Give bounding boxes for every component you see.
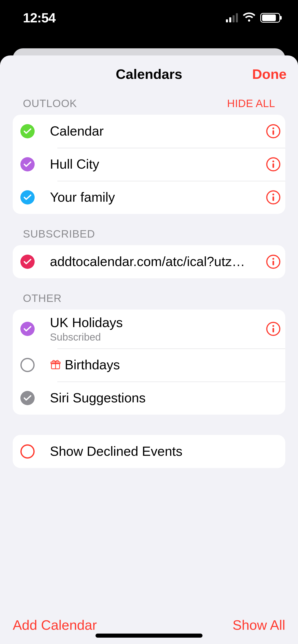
calendar-label: Siri Suggestions xyxy=(50,390,261,406)
checkmark-icon[interactable] xyxy=(20,190,35,204)
calendar-row-siri-suggestions[interactable]: Siri Suggestions xyxy=(13,382,285,415)
hide-all-button[interactable]: HIDE ALL xyxy=(227,97,275,110)
calendar-row-addtocalendar[interactable]: addtocalendar.com/atc/ical?utz… xyxy=(13,245,285,278)
calendar-row-your-family[interactable]: Your family xyxy=(13,181,285,214)
checkmark-icon[interactable] xyxy=(20,322,35,336)
svg-point-13 xyxy=(272,325,274,327)
show-all-button[interactable]: Show All xyxy=(233,617,285,633)
checkmark-icon[interactable] xyxy=(20,124,35,138)
calendar-label: Your family xyxy=(50,190,261,205)
calendar-label: Hull City xyxy=(50,157,261,172)
sheet-header: Calendars Done xyxy=(0,55,298,92)
svg-point-7 xyxy=(272,194,274,195)
home-indicator[interactable] xyxy=(96,634,202,638)
checkmark-icon[interactable] xyxy=(20,255,35,269)
calendar-row-birthdays[interactable]: Birthdays xyxy=(13,348,285,382)
gift-icon xyxy=(50,359,61,371)
calendar-label: Calendar xyxy=(50,124,261,139)
done-button[interactable]: Done xyxy=(252,66,287,82)
page-title: Calendars xyxy=(116,66,182,82)
calendar-row-outlook-calendar[interactable]: Calendar xyxy=(13,115,285,148)
calendar-label: addtocalendar.com/atc/ical?utz… xyxy=(50,254,261,269)
calendar-label: Birthdays xyxy=(65,357,120,373)
group-subscribed: addtocalendar.com/atc/ical?utz… xyxy=(13,245,285,278)
info-button[interactable] xyxy=(261,157,285,171)
battery-icon xyxy=(260,13,280,23)
calendar-sublabel: Subscribed xyxy=(50,331,261,343)
checkbox-empty-icon[interactable] xyxy=(20,358,35,372)
group-outlook: Calendar Hull City Your family xyxy=(13,115,285,214)
section-title: OUTLOOK xyxy=(23,97,77,110)
add-calendar-button[interactable]: Add Calendar xyxy=(13,617,97,633)
svg-point-10 xyxy=(272,258,274,260)
checkmark-icon[interactable] xyxy=(20,391,35,405)
section-header-other: OTHER xyxy=(13,278,285,310)
group-declined: Show Declined Events xyxy=(13,435,285,468)
checkmark-icon[interactable] xyxy=(20,157,35,171)
calendar-row-uk-holidays[interactable]: UK Holidays Subscribed xyxy=(13,310,285,348)
svg-rect-8 xyxy=(272,196,274,201)
calendar-row-hull-city[interactable]: Hull City xyxy=(13,148,285,181)
calendar-label: UK Holidays xyxy=(50,315,261,330)
svg-rect-14 xyxy=(272,328,274,333)
bottom-toolbar: Add Calendar Show All xyxy=(0,606,298,644)
status-bar: 12:54 xyxy=(0,0,298,36)
section-header-subscribed: SUBSCRIBED xyxy=(13,214,285,245)
show-declined-events-row[interactable]: Show Declined Events xyxy=(13,435,285,468)
wifi-icon xyxy=(242,12,256,23)
cellular-icon xyxy=(226,13,238,22)
info-button[interactable] xyxy=(261,190,285,204)
calendars-sheet: Calendars Done OUTLOOK HIDE ALL Calendar xyxy=(0,55,298,644)
svg-point-4 xyxy=(272,160,274,162)
info-button[interactable] xyxy=(261,322,285,336)
svg-rect-5 xyxy=(272,163,274,168)
status-time: 12:54 xyxy=(23,10,56,25)
svg-point-1 xyxy=(272,127,274,129)
section-title: OTHER xyxy=(23,292,62,304)
info-button[interactable] xyxy=(261,255,285,269)
svg-rect-11 xyxy=(272,261,274,265)
section-header-outlook: OUTLOOK HIDE ALL xyxy=(13,92,285,115)
svg-rect-2 xyxy=(272,130,274,135)
declined-label: Show Declined Events xyxy=(50,444,261,459)
checkbox-empty-icon[interactable] xyxy=(20,444,35,459)
info-button[interactable] xyxy=(261,124,285,138)
section-title: SUBSCRIBED xyxy=(23,228,95,240)
group-other: UK Holidays Subscribed Birthdays xyxy=(13,310,285,415)
